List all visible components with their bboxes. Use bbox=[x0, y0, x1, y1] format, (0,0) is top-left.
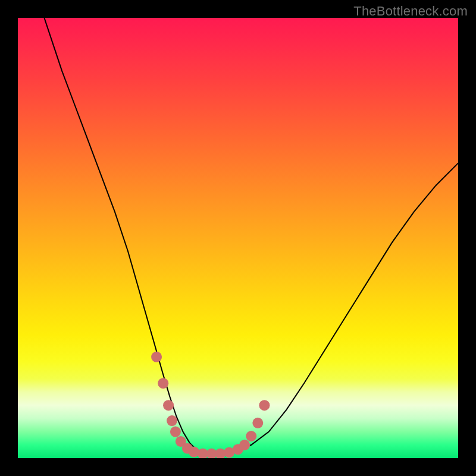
chart-frame: TheBottleneck.com bbox=[0, 0, 476, 476]
data-marker bbox=[151, 352, 162, 362]
data-marker bbox=[189, 447, 199, 458]
marker-group bbox=[151, 352, 270, 458]
data-marker bbox=[158, 378, 168, 389]
data-marker bbox=[246, 431, 256, 441]
curve-layer bbox=[18, 18, 458, 458]
data-marker bbox=[170, 427, 181, 437]
data-marker bbox=[259, 400, 270, 411]
data-marker bbox=[239, 440, 250, 450]
data-marker bbox=[252, 418, 263, 428]
plot-area bbox=[18, 18, 458, 458]
data-marker bbox=[167, 415, 177, 426]
watermark-text: TheBottleneck.com bbox=[353, 4, 468, 19]
bottleneck-curve bbox=[44, 18, 458, 454]
data-marker bbox=[163, 400, 174, 411]
